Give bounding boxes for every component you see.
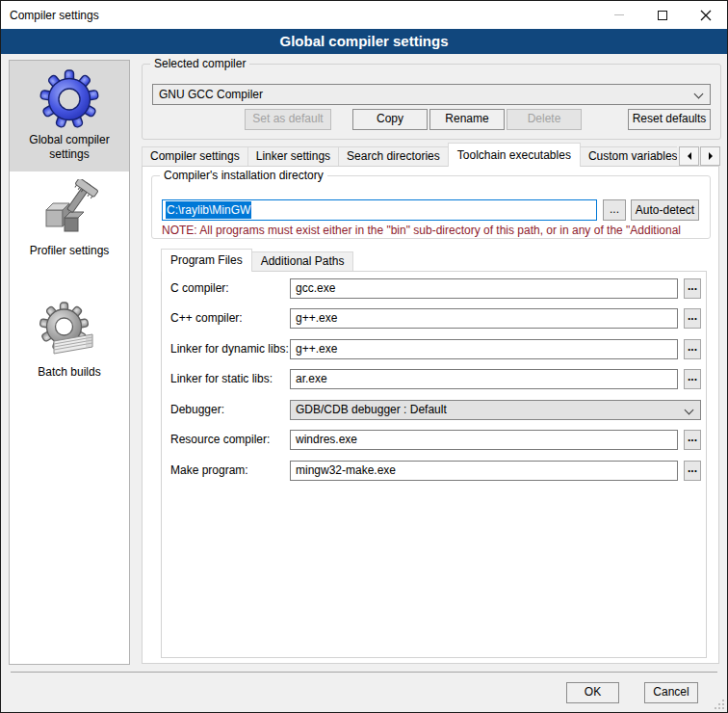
compiler-settings-window: Compiler settings Global compiler settin… <box>0 0 728 713</box>
linker-static-browse-button[interactable]: ... <box>684 369 701 389</box>
compiler-buttons-row: Set as default Copy Rename Delete Reset … <box>152 109 711 130</box>
selected-compiler-group: Selected compiler GNU GCC Compiler Set a… <box>142 64 721 140</box>
close-icon <box>700 10 712 21</box>
sidebar-item-label: Global compiler settings <box>13 133 126 162</box>
maximize-button[interactable] <box>640 1 684 29</box>
c-compiler-label: C compiler: <box>170 281 229 295</box>
chevron-down-icon <box>685 406 694 415</box>
caliper-icon <box>39 179 100 241</box>
reset-defaults-button[interactable]: Reset defaults <box>628 109 711 130</box>
debugger-label: Debugger: <box>170 403 224 416</box>
linker-dynamic-browse-button[interactable]: ... <box>684 339 701 359</box>
tab-search-directories[interactable]: Search directories <box>338 146 449 166</box>
resource-compiler-label: Resource compiler: <box>170 433 270 446</box>
tab-compiler-settings[interactable]: Compiler settings <box>142 146 248 166</box>
titlebar: Compiler settings <box>1 1 727 29</box>
program-files-panel: C compiler: gcc.exe ... C++ compiler: g+… <box>161 271 707 658</box>
tab-linker-settings[interactable]: Linker settings <box>247 146 339 166</box>
blue-gear-icon <box>39 68 100 130</box>
dialog-body: Global compiler settings <box>1 54 727 712</box>
installation-directory-browse-button[interactable]: ... <box>603 199 626 221</box>
settings-tabstrip: Compiler settings Linker settings Search… <box>142 143 677 167</box>
debugger-select[interactable]: GDB/CDB debugger : Default <box>290 400 701 420</box>
resource-compiler-input[interactable]: windres.exe <box>290 430 678 450</box>
sidebar-item-label: Profiler settings <box>13 244 126 258</box>
installation-directory-selected-text: C:\raylib\MinGW <box>166 201 251 219</box>
installation-directory-group: Compiler's installation directory C:\ray… <box>151 175 711 239</box>
compiler-select[interactable]: GNU GCC Compiler <box>152 84 711 105</box>
debugger-select-value: GDB/CDB debugger : Default <box>296 403 447 416</box>
set-as-default-button: Set as default <box>245 109 331 130</box>
toolchain-executables-panel: Compiler's installation directory C:\ray… <box>142 166 719 664</box>
cpp-compiler-browse-button[interactable]: ... <box>684 308 701 329</box>
window-controls <box>597 1 727 29</box>
ok-button[interactable]: OK <box>566 682 619 703</box>
chevron-down-icon <box>694 90 704 99</box>
sidebar-item-batch-builds[interactable]: Batch builds <box>10 293 129 389</box>
minimize-icon <box>614 14 624 15</box>
dialog-header: Global compiler settings <box>1 29 727 54</box>
minimize-button <box>597 1 640 29</box>
cpp-compiler-input[interactable]: g++.exe <box>290 308 678 329</box>
right-arrow-icon <box>709 152 716 160</box>
make-program-input[interactable]: mingw32-make.exe <box>290 461 678 481</box>
tab-program-files[interactable]: Program Files <box>161 249 252 272</box>
copy-button[interactable]: Copy <box>352 109 428 130</box>
sidebar-item-global-compiler-settings[interactable]: Global compiler settings <box>10 61 129 172</box>
resource-compiler-browse-button[interactable]: ... <box>684 430 701 450</box>
cpp-compiler-label: C++ compiler: <box>170 311 243 325</box>
window-title: Compiler settings <box>1 9 99 22</box>
settings-category-list: Global compiler settings <box>9 60 130 665</box>
resize-grip[interactable] <box>715 700 724 709</box>
tab-scroll-left-button[interactable] <box>679 146 699 166</box>
maximize-icon <box>658 11 667 20</box>
c-compiler-input[interactable]: gcc.exe <box>290 278 678 299</box>
make-program-label: Make program: <box>170 463 248 477</box>
selected-compiler-group-label: Selected compiler <box>150 57 249 70</box>
left-arrow-icon <box>684 152 691 160</box>
linker-static-label: Linker for static libs: <box>170 372 273 385</box>
linker-dynamic-label: Linker for dynamic libs: <box>170 342 289 356</box>
close-button[interactable] <box>684 1 727 29</box>
compiler-select-value: GNU GCC Compiler <box>159 88 263 101</box>
tab-toolchain-executables[interactable]: Toolchain executables <box>448 143 581 167</box>
rename-button[interactable]: Rename <box>429 109 505 130</box>
auto-detect-button[interactable]: Auto-detect <box>631 199 699 221</box>
bin-subdirectory-note: NOTE: All programs must exist either in … <box>162 224 706 237</box>
linker-dynamic-input[interactable]: g++.exe <box>290 339 678 359</box>
cancel-button[interactable]: Cancel <box>644 682 698 703</box>
make-program-browse-button[interactable]: ... <box>684 461 701 481</box>
sidebar-item-profiler-settings[interactable]: Profiler settings <box>10 172 129 268</box>
installation-directory-input[interactable]: C:\raylib\MinGW <box>162 199 597 221</box>
gray-gear-papers-icon <box>39 301 100 362</box>
program-files-tabstrip: Program Files Additional Paths <box>161 248 352 272</box>
footer-divider <box>11 672 717 673</box>
delete-button: Delete <box>507 109 582 130</box>
installation-directory-group-label: Compiler's installation directory <box>160 169 327 182</box>
tab-scroll-right-button[interactable] <box>700 146 720 166</box>
linker-static-input[interactable]: ar.exe <box>290 369 678 389</box>
tab-additional-paths[interactable]: Additional Paths <box>251 251 354 271</box>
c-compiler-browse-button[interactable]: ... <box>684 278 701 299</box>
tab-custom-variables[interactable]: Custom variables <box>580 146 677 166</box>
sidebar-item-label: Batch builds <box>13 365 126 380</box>
